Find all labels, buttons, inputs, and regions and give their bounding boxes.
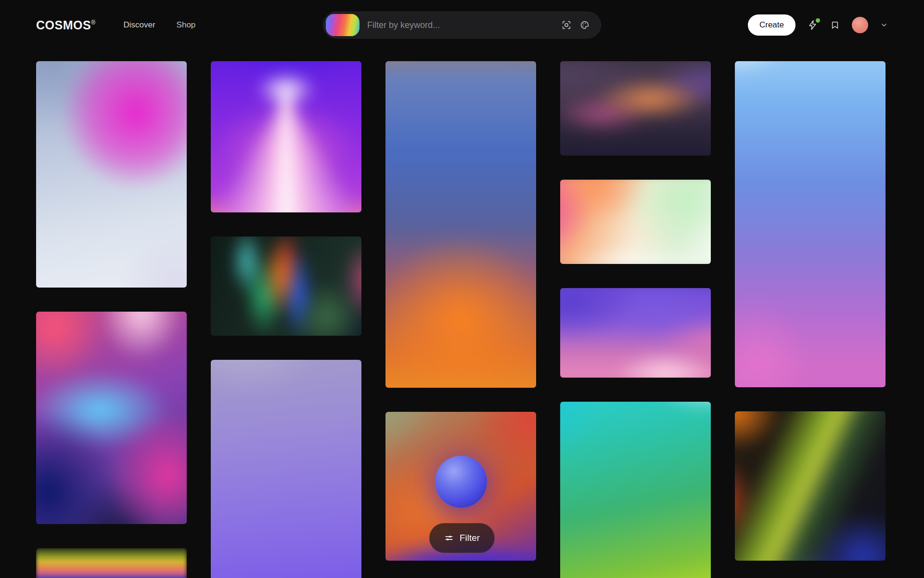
sphere-graphic [435,456,487,508]
gallery-image-purple-pink-clouds[interactable] [560,288,711,378]
gradient-art [735,61,886,387]
search-input[interactable] [359,20,561,30]
status-dot [816,18,820,23]
search-bar[interactable] [323,12,601,39]
brand-registered-mark: ® [91,19,95,26]
bolt-icon[interactable] [808,20,818,30]
top-nav: COSMOS® Discover Shop Create [0,0,924,50]
gallery-image-pastel-peach-mint[interactable] [560,180,711,264]
gradient-art [36,548,187,578]
nav-shop[interactable]: Shop [177,20,196,30]
filter-button-label: Filter [460,533,480,543]
gradient-art [560,402,711,578]
gradient-art [36,61,187,288]
gradient-chip-thumbnail[interactable] [326,14,359,36]
gradient-art [211,236,361,336]
gallery-column-2 [211,61,361,578]
filter-button[interactable]: Filter [429,523,495,553]
gallery-image-rainbow-stripes[interactable] [36,548,187,578]
gallery-column-3 [385,61,536,561]
gallery-image-blue-orange[interactable] [385,61,536,388]
gradient-art [560,288,711,378]
gallery-image-dark-rainbow-diagonal[interactable] [735,411,886,561]
gallery-image-sky-violet[interactable] [735,61,886,387]
gradient-art [211,61,361,212]
gallery-image-dark-horizon[interactable] [560,61,711,156]
palette-icon[interactable] [579,20,590,30]
chevron-down-icon[interactable] [880,21,888,29]
avatar[interactable] [852,17,868,33]
sliders-icon [444,533,454,543]
gallery-image-lavender[interactable] [211,360,361,578]
gradient-art [36,312,187,524]
gallery-image-glitch-dark[interactable] [211,236,361,336]
gradient-art [385,61,536,388]
logo[interactable]: COSMOS® [36,18,95,32]
brand-text: COSMOS [36,18,91,32]
nav-discover[interactable]: Discover [123,20,155,30]
gradient-art [211,360,361,578]
gallery-image-cyan-lime[interactable] [560,402,711,578]
gallery-image-pink-blob[interactable] [36,61,187,288]
gallery-image-aurora-peak[interactable] [211,61,361,212]
gallery-column-4 [560,61,711,578]
gradient-art [560,180,711,264]
gallery-grid [36,61,888,578]
gallery-image-abstract-multicolor[interactable] [36,312,187,524]
bookmark-icon[interactable] [830,20,840,30]
create-button[interactable]: Create [748,14,796,36]
main-nav: Discover Shop [123,20,195,30]
gallery-column-1 [36,61,187,578]
gradient-art [735,411,886,561]
gradient-art [560,61,711,156]
visual-search-icon[interactable] [561,20,572,30]
gallery-column-5 [735,61,886,561]
